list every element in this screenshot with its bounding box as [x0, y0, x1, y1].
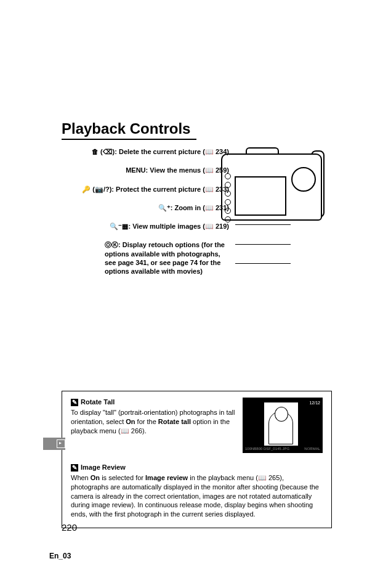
info-box: 12/12 100NB800 DSF_0145.JPG NORMAL ✎Rota… [62, 391, 332, 528]
rotate-tall-section: 12/12 100NB800 DSF_0145.JPG NORMAL ✎Rota… [71, 398, 323, 457]
control-ok-retouch: ⓄⓀ: Display retouch options (for the opt… [62, 240, 234, 276]
image-review-section: ✎Image Review When On is selected for Im… [71, 463, 323, 519]
footer-code: En_03 [49, 552, 71, 560]
controls-diagram: 🗑 (⌫): Delete the current picture (📖 234… [62, 147, 332, 320]
control-protect: 🔑 (📷/?): Protect the current picture (📖 … [62, 185, 234, 194]
page-number: 220 [62, 522, 77, 533]
note-icon: ✎ [71, 399, 78, 406]
page-title: Playback Controls [62, 120, 196, 140]
rotate-tall-preview: 12/12 100NB800 DSF_0145.JPG NORMAL [243, 398, 323, 453]
playback-tab-icon [43, 438, 65, 450]
control-thumbnails: 🔍⁻▦: View multiple images (📖 219) [62, 222, 234, 231]
control-zoom-in: 🔍⁺: Zoom in (📖 231) [62, 203, 234, 212]
control-delete: 🗑 (⌫): Delete the current picture (📖 234… [62, 147, 234, 156]
control-menu: MENU: View the menus (📖 259) [62, 166, 234, 174]
camera-illustration [221, 147, 320, 227]
note-icon: ✎ [71, 464, 78, 472]
